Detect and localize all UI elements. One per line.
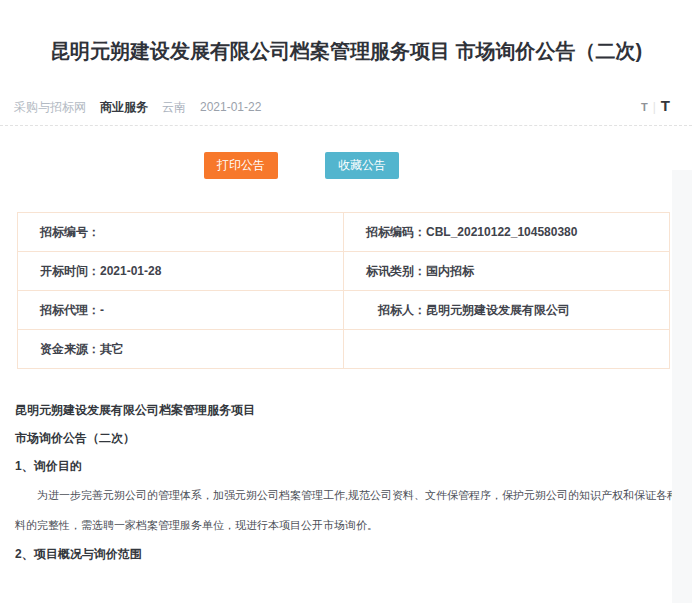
cell-value: 2021-01-28: [100, 264, 161, 278]
print-announcement-button[interactable]: 打印公告: [204, 152, 278, 179]
favorite-announcement-button[interactable]: 收藏公告: [325, 152, 399, 179]
article-section-1-heading: 1、询价目的: [15, 452, 690, 480]
cell-value: 其它: [100, 342, 124, 356]
cell-tender-code: 招标编码：CBL_20210122_104580380: [344, 213, 670, 252]
action-buttons: 打印公告 收藏公告: [204, 152, 692, 179]
announcement-page: 昆明元朔建设发展有限公司档案管理服务项目 市场询价公告（二次) 采购与招标网 商…: [0, 0, 692, 603]
cell-label: 招标代理：: [40, 302, 100, 319]
cell-label: 资金来源：: [40, 341, 100, 358]
cell-label: 标讯类别：: [366, 263, 426, 280]
cell-label: 招标编号：: [40, 224, 100, 241]
meta-row: 采购与招标网 商业服务 云南 2021-01-22 T | T: [14, 97, 670, 116]
cell-funding-source: 资金来源：其它: [18, 330, 344, 369]
meta-date: 2021-01-22: [200, 100, 261, 114]
article-section-1-paragraph: 为进一步完善元朔公司的管理体系，加强元朔公司档案管理工作,规范公司资料、文件保管…: [15, 480, 690, 540]
cell-info-category: 标讯类别：国内招标: [344, 252, 670, 291]
font-size-small-button[interactable]: T: [641, 101, 648, 113]
article-section-2-heading: 2、项目概况与询价范围: [15, 540, 690, 568]
font-toggle-divider: |: [653, 100, 656, 114]
cell-label: 开标时间：: [40, 263, 100, 280]
cell-value: 昆明元朔建设发展有限公司: [426, 303, 570, 317]
meta-region-link[interactable]: 云南: [162, 99, 186, 116]
cell-value: -: [100, 303, 104, 317]
article-subtitle: 市场询价公告（二次）: [15, 424, 690, 452]
tender-info-table: 招标编号： 招标编码：CBL_20210122_104580380 开标时间：2…: [17, 212, 670, 369]
cell-empty: [344, 330, 670, 369]
meta-source-link[interactable]: 采购与招标网: [14, 99, 86, 116]
announcement-body: 昆明元朔建设发展有限公司档案管理服务项目 市场询价公告（二次） 1、询价目的 为…: [15, 396, 690, 568]
header-divider: [0, 125, 692, 126]
cell-value: 国内招标: [426, 264, 474, 278]
font-size-toggle: T | T: [641, 97, 670, 114]
cell-label: 招标人：: [366, 302, 426, 319]
cell-label: 招标编码：: [366, 224, 426, 241]
page-title: 昆明元朔建设发展有限公司档案管理服务项目 市场询价公告（二次): [36, 30, 656, 72]
table-row: 招标编号： 招标编码：CBL_20210122_104580380: [18, 213, 670, 252]
cell-value: CBL_20210122_104580380: [426, 225, 577, 239]
cell-opening-date: 开标时间：2021-01-28: [18, 252, 344, 291]
cell-tenderee: 招标人：昆明元朔建设发展有限公司: [344, 291, 670, 330]
table-row: 开标时间：2021-01-28 标讯类别：国内招标: [18, 252, 670, 291]
cell-tender-number: 招标编号：: [18, 213, 344, 252]
font-size-large-button[interactable]: T: [661, 97, 670, 114]
meta-category-link[interactable]: 商业服务: [100, 99, 148, 116]
page-edge-strip: [672, 170, 692, 603]
article-project-name: 昆明元朔建设发展有限公司档案管理服务项目: [15, 396, 690, 424]
table-row: 招标代理：- 招标人：昆明元朔建设发展有限公司: [18, 291, 670, 330]
cell-tender-agent: 招标代理：-: [18, 291, 344, 330]
table-row: 资金来源：其它: [18, 330, 670, 369]
